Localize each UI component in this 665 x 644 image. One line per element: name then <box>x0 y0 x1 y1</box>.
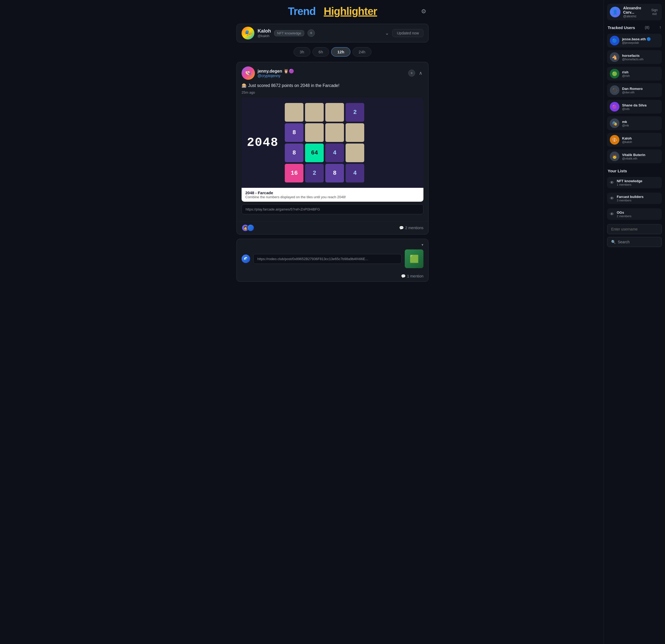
list-item-name-nft: NFT knowledge <box>617 179 642 183</box>
game-tile: 2 <box>346 103 364 122</box>
list-item-count-nft: 1 members <box>617 183 642 186</box>
tab-6h[interactable]: 6h <box>312 47 329 57</box>
post-mention-avatars: 🧑 👤 <box>242 224 254 232</box>
tracked-user-horsefacts[interactable]: 🐴 horsefacts @horsefacts.eth <box>607 50 662 64</box>
time-tabs: 3h 6h 12h 24h <box>293 47 372 57</box>
tracked-handle-rish: @rish <box>622 74 630 77</box>
tracked-avatar-horsefacts: 🐴 <box>610 52 620 62</box>
list-item-count-farcast: 3 members <box>617 199 643 202</box>
mention-avatar-2: 👤 <box>247 224 254 232</box>
settings-icon[interactable]: ⚙ <box>419 7 429 16</box>
post-mentions: 💬 2 mentions <box>399 226 423 230</box>
post2-avatar: 🌊 <box>242 255 250 263</box>
post-footer: 🧑 👤 💬 2 mentions <box>237 221 428 234</box>
mention-bubble-icon: 💬 <box>399 226 404 230</box>
tracked-name-vitalik: Vitalik Buterin <box>622 153 645 157</box>
post2-bubble-icon: 💬 <box>401 274 405 278</box>
list-tag[interactable]: NFT knowledge <box>274 30 304 36</box>
game-tile: 4 <box>346 164 364 183</box>
tracked-name-shane: Shane da Silva <box>622 103 647 107</box>
post-time: 25m ago <box>242 90 423 94</box>
tracked-handle-kaloh: @kaloh <box>622 140 632 144</box>
game-tile: 2 <box>305 164 324 183</box>
tracked-name-kaloh: Kaloh <box>622 136 632 140</box>
add-to-list-button[interactable]: + <box>307 29 315 37</box>
list-item-count-ogs: 2 members <box>617 215 631 218</box>
tracked-handle-mk: @mk <box>622 124 629 127</box>
mention-count: 2 mentions <box>405 226 423 230</box>
list-chevron-icon[interactable]: ⌄ <box>385 30 389 36</box>
list-handle: @kaloh <box>258 34 271 38</box>
search-icon: 🔍 <box>611 240 616 244</box>
game-tile: 8 <box>285 144 303 162</box>
tracked-user-jesse[interactable]: 🔵 jesse.base.eth 🔵 @jessepolak <box>607 34 662 48</box>
post2-footer: 💬 1 mention <box>237 272 428 281</box>
tracked-handle-vitalik: @vitalik.eth <box>622 157 645 160</box>
list-eye-icon-ogs: 👁 <box>610 212 614 217</box>
tracked-avatar-dan: ⚫ <box>610 85 620 95</box>
post-avatar-img: 👒 <box>242 67 255 80</box>
tracked-user-shane[interactable]: 🟣 Shane da Silva @sds <box>607 100 662 114</box>
tab-12h[interactable]: 12h <box>331 47 350 57</box>
tracked-avatar-kaloh: 🎨 <box>610 135 620 145</box>
sidebar-user-name: Alexandre Carv... <box>623 6 647 14</box>
post2-collapse-icon[interactable]: ▾ <box>421 243 423 247</box>
post-add-button[interactable]: + <box>408 70 415 77</box>
post2-thumbnail: 🟩 <box>405 250 423 268</box>
tracked-user-mk[interactable]: 🎭 mk @mk <box>607 116 662 130</box>
tab-3h[interactable]: 3h <box>293 47 310 57</box>
tracked-user-dan[interactable]: ⚫ Dan Romero @dwr.eth <box>607 83 662 97</box>
tracked-handle-horsefacts: @horsefacts.eth <box>622 58 643 61</box>
game-tile <box>305 103 324 122</box>
tracked-user-rish[interactable]: 🟢 rish @rish <box>607 67 662 80</box>
list-eye-icon-farcast: 👁 <box>610 196 614 201</box>
tracked-avatar-mk: 🎭 <box>610 118 620 128</box>
updated-badge: Updated now <box>392 29 423 37</box>
game-tile <box>346 123 364 142</box>
logo-trend: Trend <box>288 5 316 17</box>
tracked-users-collapse-icon[interactable]: ↑ <box>659 25 661 30</box>
your-lists-section-header: Your Lists <box>607 168 662 174</box>
post2-mentions: 💬 1 mention <box>401 274 423 278</box>
tab-24h[interactable]: 24h <box>353 47 372 57</box>
game-tile <box>305 123 324 142</box>
post-collapse-icon[interactable]: ∧ <box>418 70 423 76</box>
sidebar-user-avatar: 👤 <box>610 7 621 17</box>
tracked-user-kaloh[interactable]: 🎨 Kaloh @kaloh <box>607 133 662 147</box>
game-visual: 2048 28864416284 <box>242 98 423 188</box>
list-item-farcast[interactable]: 👁 Farcast builders 3 members <box>607 192 662 204</box>
header: Trend Highlighter ⚙ <box>236 5 429 17</box>
tracked-user-vitalik[interactable]: 👨 Vitalik Buterin @vitalik.eth <box>607 149 662 163</box>
game-tile <box>325 103 344 122</box>
game-tile <box>285 103 303 122</box>
tracked-handle-jesse: @jessepolak <box>622 41 651 44</box>
list-item-ogs[interactable]: 👁 OGs 2 members <box>607 208 662 220</box>
post-body: 🎰 Just scored 8672 points on 2048 in the… <box>237 82 428 221</box>
post2-mention-count: 1 mention <box>407 274 423 278</box>
list-eye-icon-nft: 👁 <box>610 180 614 185</box>
tracked-name-jesse: jesse.base.eth 🔵 <box>622 37 651 41</box>
username-input[interactable] <box>607 224 662 234</box>
sign-out-button[interactable]: Sign out <box>650 8 659 16</box>
tracked-handle-dan: @dwr.eth <box>622 91 643 94</box>
list-item-name-farcast: Farcast builders <box>617 195 643 199</box>
post-handle[interactable]: @cryptojenny <box>258 74 405 78</box>
list-item-nft[interactable]: 👁 NFT knowledge 1 members <box>607 177 662 188</box>
logo: Trend Highlighter <box>288 5 377 17</box>
game-tile: 8 <box>285 123 303 142</box>
game-info-title: 2048 - Farcade <box>245 190 420 195</box>
search-button[interactable]: 🔍 Search <box>607 237 662 247</box>
post-user-info: jenny.degen 🦉🟣 @cryptojenny <box>258 69 405 78</box>
tracked-avatar-shane: 🟣 <box>610 102 620 111</box>
tracked-handle-shane: @sds <box>622 107 647 110</box>
post-card-2: ▾ 🌊 https://rodeo.club/post/0x89652B2793… <box>236 239 429 282</box>
list-item-name-ogs: OGs <box>617 210 631 215</box>
game-tile: 8 <box>325 164 344 183</box>
post-avatar: 👒 <box>242 67 255 80</box>
game-embed: 2048 28864416284 2048 - Farcade Combine … <box>242 98 423 202</box>
post-username: jenny.degen 🦉🟣 <box>258 69 405 74</box>
sidebar-user-handle: @alexmc <box>623 14 647 18</box>
tracked-name-horsefacts: horsefacts <box>622 54 643 58</box>
post2-link[interactable]: https://rodeo.club/post/0x89652B27936F81… <box>253 254 402 264</box>
post-link[interactable]: https://play.farcade.ai/games/5?ref=ZnPl… <box>242 204 423 214</box>
